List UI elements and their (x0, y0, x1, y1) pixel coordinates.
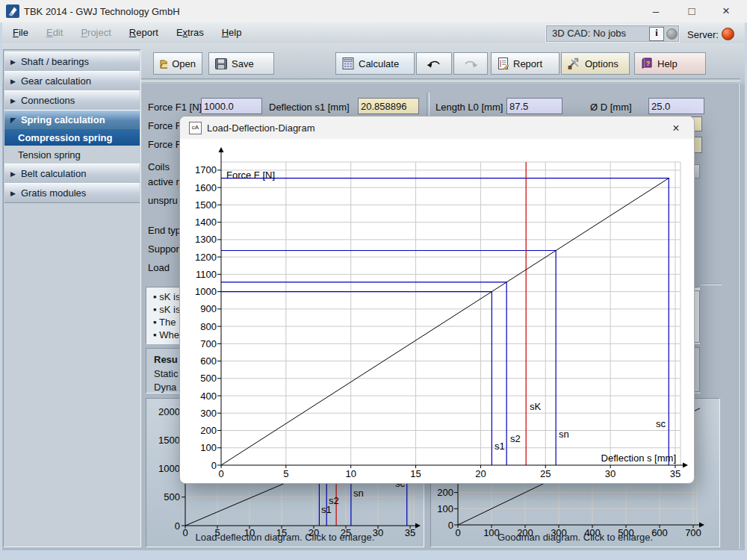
note-line: ▪ sK is (153, 304, 180, 315)
field-label: active n (148, 176, 182, 187)
menu-project: Project (72, 22, 120, 43)
sidebar-item-compression-spring[interactable]: Compression spring (4, 129, 140, 146)
svg-text:1300: 1300 (195, 234, 217, 245)
field-label: Load (148, 262, 170, 273)
tools-icon (568, 57, 580, 69)
goodman-caption: Goodman diagram. Click to enlarge. (431, 532, 719, 543)
svg-text:500: 500 (200, 373, 217, 384)
collapsed-arrow-icon: ▶ (10, 58, 16, 66)
load-deflection-chart: 0510152025303501002003004005006007008009… (182, 140, 692, 481)
help-label: Help (657, 58, 678, 69)
collapsed-arrow-icon: ▶ (10, 170, 16, 178)
svg-text:1400: 1400 (195, 217, 217, 228)
sidebar-item-tension-spring[interactable]: Tension spring (4, 146, 140, 163)
svg-text:sK: sK (530, 401, 542, 412)
titlebar: TBK 2014 - GWJ Technology GmbH – □ × (0, 0, 747, 23)
svg-text:1600: 1600 (195, 182, 217, 193)
svg-text:300: 300 (200, 408, 217, 419)
svg-text:100: 100 (437, 503, 453, 514)
app-window: { "window": { "title": "TBK 2014 - GWJ T… (0, 0, 747, 560)
note-line: ▪ sK is (153, 291, 180, 302)
dialog-close-button[interactable]: × (669, 121, 684, 136)
svg-text:700: 700 (200, 338, 217, 349)
options-button[interactable]: Options (561, 52, 630, 75)
svg-text:sn: sn (353, 488, 364, 499)
input-d-mm[interactable] (648, 98, 704, 114)
svg-text:30: 30 (605, 468, 616, 479)
svg-text:s2: s2 (510, 433, 521, 444)
menu-file[interactable]: File (4, 22, 37, 43)
menu-items: FileEditProjectReportExtrasHelp (4, 22, 250, 43)
input-deflection-s1-mm[interactable] (358, 98, 419, 114)
minimize-button[interactable]: – (639, 0, 672, 22)
app-logo-icon (6, 4, 19, 18)
svg-text:1500: 1500 (195, 199, 217, 211)
input-length-l0-mm[interactable] (506, 98, 562, 114)
calculate-button[interactable]: Calculate (335, 52, 415, 75)
info-button[interactable]: i (649, 27, 664, 41)
redo-button[interactable] (453, 52, 488, 75)
svg-text:1000: 1000 (158, 463, 180, 474)
svg-text:15: 15 (410, 468, 421, 479)
undo-button[interactable] (416, 52, 452, 75)
open-button[interactable]: Open (153, 52, 202, 75)
help-button[interactable]: ? Help (634, 52, 706, 75)
server-label: Server: (687, 29, 719, 40)
cad-status-led (666, 28, 678, 40)
field-label: Suppor (148, 243, 179, 255)
expanded-arrow-icon: ◤ (10, 116, 16, 124)
svg-text:1000: 1000 (195, 286, 217, 297)
dialog-titlebar[interactable]: cA Load-Deflection-Diagram × (180, 116, 694, 139)
results-row: Dyna (154, 382, 176, 393)
sidebar-item-gratis-modules[interactable]: ▶Gratis modules (4, 183, 140, 203)
field-label: Deflection s1 [mm] (269, 102, 350, 113)
save-button[interactable]: Save (208, 52, 274, 75)
calculate-label: Calculate (359, 58, 399, 69)
svg-text:20: 20 (475, 468, 486, 479)
menu-edit: Edit (37, 22, 72, 43)
open-folder-icon (160, 58, 167, 69)
window-bottom-border (0, 550, 747, 560)
undo-icon (426, 58, 442, 69)
close-button[interactable]: × (710, 0, 743, 22)
report-document-icon (498, 57, 509, 69)
menu-report[interactable]: Report (120, 22, 167, 43)
field-label: Force F1 [N] (148, 102, 202, 113)
sidebar-item-connections[interactable]: ▶Connections (4, 90, 140, 111)
maximize-button[interactable]: □ (675, 0, 708, 22)
save-floppy-icon (215, 58, 227, 69)
options-label: Options (585, 58, 619, 69)
cad-status-box: 3D CAD: No jobs i (545, 25, 680, 43)
sidebar-item-belt-calculation[interactable]: ▶Belt calculation (4, 164, 140, 184)
svg-text:s2: s2 (329, 495, 339, 506)
svg-text:800: 800 (200, 321, 217, 332)
menu-extras[interactable]: Extras (167, 22, 213, 43)
report-label: Report (513, 58, 542, 69)
server-status-led (722, 28, 734, 40)
save-label: Save (232, 58, 254, 69)
svg-text:100: 100 (200, 442, 217, 453)
svg-text:0: 0 (448, 520, 453, 531)
report-button[interactable]: Report (491, 52, 560, 75)
svg-text:35: 35 (670, 468, 681, 479)
collapsed-arrow-icon: ▶ (10, 97, 16, 105)
field-label: Ø D [mm] (590, 102, 632, 113)
svg-text:Force F [N]: Force F [N] (226, 169, 275, 181)
svg-text:600: 600 (200, 355, 217, 367)
menu-help[interactable]: Help (213, 22, 251, 43)
svg-text:10: 10 (345, 468, 356, 479)
help-book-icon: ? (641, 57, 653, 69)
svg-text:sc: sc (656, 418, 666, 429)
svg-text:5: 5 (283, 468, 288, 479)
input-force-f1-n[interactable] (201, 98, 262, 114)
cad-status-text: 3D CAD: No jobs (552, 28, 626, 39)
svg-text:400: 400 (200, 391, 217, 402)
field-label: unspru (148, 195, 178, 206)
results-row: Static (154, 368, 179, 379)
svg-text:1100: 1100 (196, 269, 217, 280)
sidebar-item-gear-calculation[interactable]: ▶Gear calculation (4, 71, 140, 91)
calculator-icon (342, 57, 354, 69)
svg-text:0: 0 (175, 520, 180, 532)
sidebar-item-shaft-bearings[interactable]: ▶Shaft / bearings (4, 52, 140, 72)
sidebar-item-spring-calculation[interactable]: ◤Spring calculation (4, 110, 140, 130)
